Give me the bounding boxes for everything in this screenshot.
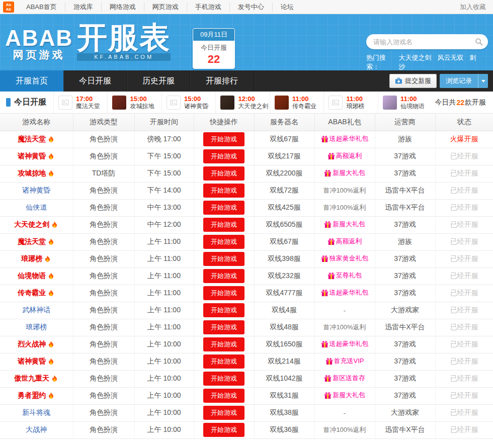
- cell-quick-action: 开始游戏: [194, 421, 254, 438]
- gift-link[interactable]: 新服大礼包: [324, 391, 365, 400]
- start-game-button[interactable]: 开始游戏: [203, 269, 244, 283]
- gift-text: 新区送首存: [333, 374, 365, 383]
- start-game-button[interactable]: 开始游戏: [203, 303, 244, 317]
- game-name-link[interactable]: 魔法天堂: [18, 135, 55, 144]
- topnav-item-4[interactable]: 网页游戏: [144, 3, 187, 12]
- game-name-text: 攻城掠地: [18, 169, 46, 178]
- game-name-link[interactable]: 烈火战神: [18, 340, 55, 349]
- cell-server-name: 双线232服: [254, 267, 314, 285]
- game-name-link[interactable]: 仙侠道: [26, 203, 47, 212]
- game-name-link[interactable]: 大战神: [26, 425, 47, 434]
- ticker-item-7[interactable]: 11:00仙境物语: [378, 92, 432, 113]
- column-header-7: 运营商: [375, 114, 435, 131]
- gift-link[interactable]: 独家黄金礼包: [321, 254, 369, 263]
- start-game-button[interactable]: 开始游戏: [203, 286, 244, 300]
- gift-link[interactable]: 送超豪华礼包: [321, 134, 369, 143]
- flame-hot-icon: [47, 392, 55, 400]
- cell-game-type: 角色扮演: [73, 319, 134, 336]
- ticker-summary-prefix: 今日共: [435, 98, 456, 107]
- start-game-button[interactable]: 开始游戏: [203, 218, 244, 232]
- game-name-link[interactable]: 勇者盟约: [18, 391, 55, 400]
- ticker-summary: 今日共22款开服: [432, 92, 493, 113]
- cell-status: 已经开服: [435, 285, 493, 302]
- ticker-item-info: 11:00琅琊榜: [346, 95, 364, 110]
- topnav-item-3[interactable]: 网络游戏: [101, 3, 144, 12]
- game-name-link[interactable]: 琅琊榜: [26, 323, 47, 332]
- submit-new-server-button[interactable]: 提交新服: [389, 74, 437, 88]
- game-name-link[interactable]: 诸神黄昏: [22, 186, 50, 195]
- game-name-text: 大战神: [26, 425, 47, 434]
- history-dropdown-toggle[interactable]: [478, 74, 488, 88]
- ticker-item-name: 魔法天堂: [76, 103, 100, 110]
- gift-link[interactable]: 高额返利: [327, 237, 362, 246]
- site-logo[interactable]: ABAB 网页游戏 开服表 KF.ABAB.COM: [5, 23, 171, 61]
- start-game-button[interactable]: 开始游戏: [203, 423, 244, 437]
- gift-icon: [324, 221, 332, 228]
- game-name-link[interactable]: 武林神话: [22, 306, 50, 315]
- gift-link[interactable]: 送超豪华礼包: [321, 339, 369, 348]
- hot-search-link-2[interactable]: 风云无双: [437, 54, 463, 61]
- gift-link[interactable]: 新服大礼包: [324, 168, 365, 177]
- game-name-link[interactable]: 诸神黄昏: [18, 357, 55, 366]
- start-game-button[interactable]: 开始游戏: [203, 149, 244, 163]
- gift-link[interactable]: 至尊礼包: [327, 271, 362, 280]
- cell-operator: 迅雷牛X平台: [375, 421, 435, 438]
- start-game-button[interactable]: 开始游戏: [203, 354, 244, 369]
- start-game-button[interactable]: 开始游戏: [203, 389, 244, 403]
- game-name-link[interactable]: 大天使之剑: [14, 220, 58, 229]
- start-game-button[interactable]: 开始游戏: [203, 252, 244, 266]
- game-name-link[interactable]: 攻城掠地: [18, 169, 55, 178]
- start-game-button[interactable]: 开始游戏: [203, 337, 244, 351]
- search-icon[interactable]: [475, 38, 483, 46]
- ticker-item-1[interactable]: 17:00魔法天堂: [53, 92, 107, 113]
- ticker-item-6[interactable]: 11:00琅琊榜: [323, 92, 377, 113]
- game-name-link[interactable]: 诸神黄昏: [18, 152, 55, 161]
- ticker-item-5[interactable]: 11:00传奇霸业: [270, 92, 323, 113]
- ticker-item-2[interactable]: 15:00攻城掠地: [107, 92, 161, 113]
- game-name-link[interactable]: 魔法天堂: [18, 237, 55, 246]
- ticker-item-3[interactable]: 15:00诸神黄昏: [161, 92, 215, 113]
- topnav-item-6[interactable]: 发号中心: [229, 3, 272, 12]
- gift-link[interactable]: 新服大礼包: [324, 220, 365, 229]
- tab-4[interactable]: 开服排行: [190, 70, 254, 92]
- gift-link[interactable]: 送超豪华礼包: [321, 288, 369, 297]
- search-input[interactable]: [373, 38, 475, 46]
- start-game-button[interactable]: 开始游戏: [203, 201, 244, 215]
- gift-link[interactable]: 新区送首存: [324, 374, 365, 383]
- gift-link[interactable]: 高额返利: [327, 151, 362, 160]
- game-name-link[interactable]: 传奇霸业: [18, 289, 55, 298]
- start-game-button[interactable]: 开始游戏: [203, 406, 244, 420]
- start-game-button[interactable]: 开始游戏: [203, 166, 244, 181]
- game-name-link[interactable]: 新斗将魂: [22, 408, 50, 417]
- tab-3[interactable]: 历史开服: [127, 70, 190, 92]
- start-game-button[interactable]: 开始游戏: [203, 372, 244, 386]
- game-name-link[interactable]: 仙境物语: [18, 272, 55, 281]
- hot-search-link-1[interactable]: 大天使之剑: [398, 54, 431, 61]
- start-game-button[interactable]: 开始游戏: [203, 320, 244, 334]
- status-badge: 已经开服: [450, 152, 478, 160]
- cell-gift: 新服大礼包: [314, 216, 375, 233]
- gift-link[interactable]: 首充送VIP: [325, 356, 364, 366]
- table-row: 大天使之剑角色扮演中午 12:00开始游戏双线6505服新服大礼包37游戏已经开…: [0, 216, 493, 233]
- start-game-button[interactable]: 开始游戏: [203, 235, 244, 249]
- topnav-item-7[interactable]: 论坛: [272, 3, 302, 12]
- status-badge: 已经开服: [450, 203, 478, 211]
- topnav-item-2[interactable]: 游戏库: [65, 3, 101, 12]
- game-name-link[interactable]: 琅琊榜: [21, 254, 51, 263]
- add-favorite-link[interactable]: 加入收藏: [460, 3, 486, 12]
- tab-1[interactable]: 开服首页: [0, 70, 63, 92]
- cell-status: 已经开服: [435, 250, 493, 267]
- abab-mini-logo-icon[interactable]: Ab Ab: [3, 2, 14, 13]
- ticker-item-info: 12:00大天使之剑: [238, 95, 268, 110]
- cell-quick-action: 开始游戏: [194, 404, 254, 421]
- tab-2[interactable]: 今日开服: [63, 70, 127, 92]
- topnav-item-1[interactable]: ABAB首页: [18, 3, 65, 12]
- start-game-button[interactable]: 开始游戏: [203, 184, 244, 198]
- cell-server-name: 双线2200服: [254, 165, 314, 182]
- ticker-item-4[interactable]: 12:00大天使之剑: [215, 92, 269, 113]
- game-name-link[interactable]: 傲世九重天: [14, 374, 58, 383]
- topnav-item-5[interactable]: 手机游戏: [187, 3, 229, 12]
- start-game-button[interactable]: 开始游戏: [203, 132, 244, 146]
- hot-search-label: 热门搜索：: [366, 53, 398, 71]
- browse-history-button[interactable]: 浏览记录: [440, 74, 488, 88]
